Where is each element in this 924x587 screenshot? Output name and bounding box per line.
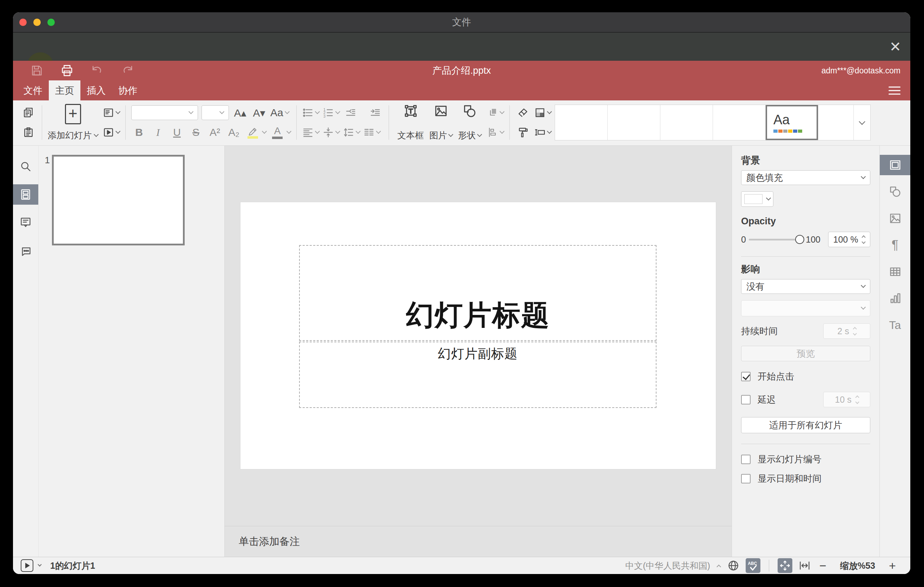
shape-settings-button[interactable] xyxy=(880,181,910,202)
arrange-group xyxy=(488,104,504,141)
title-placeholder[interactable]: 幻灯片标题 xyxy=(299,245,657,341)
slides-panel-button[interactable] xyxy=(13,184,38,204)
color-scheme-button[interactable] xyxy=(534,104,551,122)
line-spacing-button[interactable] xyxy=(343,124,360,141)
font-size-select[interactable] xyxy=(201,106,229,120)
superscript-button[interactable]: A² xyxy=(207,126,223,139)
start-slideshow-status-button[interactable] xyxy=(21,559,33,572)
slide-settings-button[interactable] xyxy=(880,155,910,175)
bullet-list-button[interactable] xyxy=(302,104,319,122)
increase-font-button[interactable]: A▴ xyxy=(233,104,248,122)
columns-button[interactable] xyxy=(363,124,380,141)
table-settings-button[interactable] xyxy=(880,262,910,282)
tab-collaboration[interactable]: 协作 xyxy=(112,81,144,101)
increase-indent-icon xyxy=(370,107,381,118)
start-slideshow-button[interactable] xyxy=(103,124,120,141)
slide-size-button[interactable] xyxy=(534,124,551,141)
decrease-indent-button[interactable] xyxy=(343,104,358,122)
effect-select[interactable]: 没有 xyxy=(741,279,870,294)
font-color-bar xyxy=(272,137,282,139)
slide-number: 1 xyxy=(42,155,50,166)
chevron-down-icon xyxy=(448,132,453,137)
theme-item[interactable] xyxy=(608,105,660,140)
clipboard-group xyxy=(21,104,36,141)
document-language-button[interactable] xyxy=(726,558,741,573)
opacity-slider[interactable] xyxy=(749,235,803,244)
notes-area[interactable]: 单击添加备注 xyxy=(225,526,732,557)
align-shape-button[interactable] xyxy=(488,124,504,141)
duration-spinner: 2 s xyxy=(823,323,870,339)
insert-image-button[interactable]: 图片 xyxy=(427,104,455,141)
apply-to-all-button[interactable]: 适用于所有幻灯片 xyxy=(741,417,870,433)
chevron-down-icon xyxy=(861,174,866,179)
fit-width-button[interactable] xyxy=(797,558,812,573)
theme-item-selected[interactable]: Aa xyxy=(766,105,818,140)
start-on-click-checkbox[interactable] xyxy=(741,372,751,381)
italic-button[interactable]: I xyxy=(150,126,166,139)
horizontal-align-button[interactable] xyxy=(302,124,319,141)
increase-indent-button[interactable] xyxy=(368,104,383,122)
theme-item[interactable] xyxy=(818,105,853,140)
vertical-align-button[interactable] xyxy=(323,124,340,141)
tab-insert[interactable]: 插入 xyxy=(81,81,112,101)
tab-home[interactable]: 主页 xyxy=(49,81,81,101)
show-slide-number-checkbox[interactable] xyxy=(741,455,751,464)
menu-icon[interactable] xyxy=(889,84,901,97)
text-art-settings-button[interactable]: Ta xyxy=(880,315,910,335)
fit-slide-button[interactable] xyxy=(777,558,792,573)
spinner-arrows-icon[interactable] xyxy=(862,236,865,243)
bold-button[interactable]: B xyxy=(131,126,147,139)
zoom-in-button[interactable]: + xyxy=(886,559,898,572)
strikethrough-button[interactable]: S xyxy=(188,126,204,139)
fill-color-picker[interactable] xyxy=(741,191,774,207)
change-case-button[interactable]: Aa xyxy=(270,104,289,122)
text-art-icon: Ta xyxy=(889,319,901,332)
subscript-button[interactable]: A₂ xyxy=(226,126,241,139)
slide-layout-button[interactable] xyxy=(103,104,120,122)
theme-item[interactable] xyxy=(660,105,713,140)
slider-knob[interactable] xyxy=(795,235,804,244)
comments-button[interactable] xyxy=(13,213,38,233)
search-button[interactable] xyxy=(13,156,38,176)
close-icon[interactable]: ✕ xyxy=(889,40,901,54)
numbered-list-button[interactable]: 1 2 3 xyxy=(323,104,340,122)
theme-gallery-expand-button[interactable] xyxy=(853,105,870,140)
slide-thumbnail[interactable] xyxy=(52,155,185,246)
spellcheck-button[interactable]: ABC xyxy=(746,558,761,573)
fill-type-select[interactable]: 颜色填充 xyxy=(741,170,870,185)
editor-header: 产品介绍.pptx adm***@dootask.com 文件 主页 插入 协作 xyxy=(13,61,910,101)
insert-shape-button[interactable]: 形状 xyxy=(455,104,484,141)
eraser-button[interactable] xyxy=(515,104,531,122)
chevron-down-icon xyxy=(766,196,771,201)
chat-button[interactable] xyxy=(13,241,38,261)
copy-style-button[interactable] xyxy=(515,124,531,141)
subtitle-placeholder[interactable]: 幻灯片副标题 xyxy=(299,341,657,408)
tab-file[interactable]: 文件 xyxy=(17,81,49,101)
font-name-select[interactable] xyxy=(131,106,198,120)
slide-canvas[interactable]: 幻灯片标题 幻灯片副标题 xyxy=(225,146,732,526)
theme-item[interactable] xyxy=(713,105,766,140)
theme-item[interactable] xyxy=(555,105,608,140)
font-color-button[interactable]: A xyxy=(270,124,291,141)
status-bar: 1的幻灯片1 中文(中华人民共和国) ABC xyxy=(13,557,910,574)
zoom-out-button[interactable]: − xyxy=(817,559,829,572)
copy-button[interactable] xyxy=(21,104,36,122)
opacity-spinner[interactable]: 100 % xyxy=(828,232,870,247)
add-slide-button[interactable]: + 添加幻灯片 xyxy=(48,104,98,141)
paragraph-settings-button[interactable]: ¶ xyxy=(880,235,910,255)
arrange-icon xyxy=(488,107,498,118)
language-selector[interactable]: 中文(中华人民共和国) xyxy=(625,560,710,572)
image-settings-button[interactable] xyxy=(880,208,910,229)
chevron-down-icon[interactable] xyxy=(38,562,41,566)
show-slide-number-label: 显示幻灯片编号 xyxy=(757,453,822,465)
chart-settings-button[interactable] xyxy=(880,288,910,308)
slide-page[interactable]: 幻灯片标题 幻灯片副标题 xyxy=(240,202,716,469)
arrange-shape-button[interactable] xyxy=(488,104,504,122)
delay-checkbox[interactable] xyxy=(741,395,751,404)
paste-button[interactable] xyxy=(21,124,36,141)
underline-button[interactable]: U xyxy=(169,126,185,139)
show-date-time-checkbox[interactable] xyxy=(741,474,751,483)
decrease-font-button[interactable]: A▾ xyxy=(251,104,267,122)
highlight-color-button[interactable] xyxy=(245,124,266,141)
insert-textbox-button[interactable]: 文本框 xyxy=(394,104,427,141)
